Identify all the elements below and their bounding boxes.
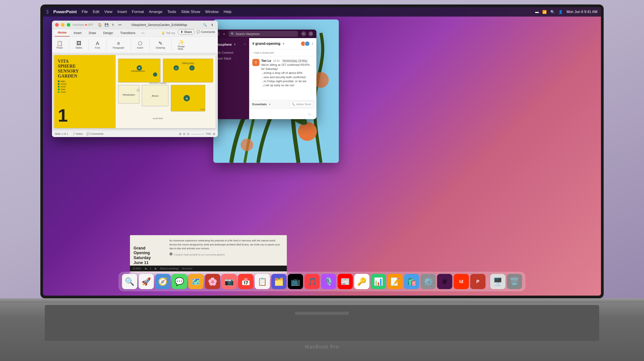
comments-status-button[interactable]: 💬 Comments xyxy=(86,132,104,135)
dock-desktop[interactable]: 🖥️ xyxy=(490,274,506,289)
tab-transitions[interactable]: Transitions xyxy=(117,30,138,36)
more-icon[interactable]: ••• xyxy=(118,22,122,27)
dock-keychain[interactable]: 🔑 xyxy=(354,274,370,289)
dock-news[interactable]: 📰 xyxy=(338,274,353,289)
files-icon: 🗂️ xyxy=(274,277,284,286)
view-fit-icon[interactable]: ⊡ xyxy=(187,132,189,135)
menubar-file[interactable]: File xyxy=(82,10,88,14)
autosave-state[interactable]: OFF xyxy=(88,23,93,26)
search-icon[interactable]: 🔍 xyxy=(550,10,555,14)
dock-appstore[interactable]: 🛍️ xyxy=(404,274,419,289)
menubar-view[interactable]: View xyxy=(104,10,112,14)
dock-slack[interactable]: # xyxy=(437,274,452,289)
autosave-dot xyxy=(85,24,87,26)
essentials-label[interactable]: Essentials xyxy=(252,103,267,106)
menubar-left:  PowerPoint File Edit View Insert Forma… xyxy=(46,9,232,15)
home-icon[interactable]: 🏠 xyxy=(97,22,102,27)
control-center-icon[interactable]: 👤 xyxy=(558,10,563,14)
compose-icon[interactable]: ✏ xyxy=(301,31,306,36)
menubar-edit[interactable]: Edit xyxy=(93,10,99,14)
dock-reminders[interactable]: 📋 xyxy=(255,274,270,289)
ribbon-more[interactable]: >> xyxy=(140,30,146,36)
ribbon-share-area: ⬆ Share 💬 Comments xyxy=(178,29,215,36)
menubar-window[interactable]: Window xyxy=(205,10,218,14)
dock-numbers[interactable]: 📊 xyxy=(371,274,386,289)
save-icon[interactable]: 💾 xyxy=(104,22,109,27)
menubar-app-name[interactable]: PowerPoint xyxy=(53,9,77,14)
indesign-style[interactable]: [Basic] (working) xyxy=(160,267,178,270)
comments-button[interactable]: 💬 Comments xyxy=(196,30,215,33)
refresh-icon[interactable]: ↻ xyxy=(111,22,116,27)
channel-name[interactable]: # grand-opening xyxy=(252,42,280,46)
svg-text:⚇: ⚇ xyxy=(136,88,140,92)
dock-podcasts[interactable]: 🎙️ xyxy=(321,274,336,289)
dock-photos[interactable]: 🌸 xyxy=(205,274,220,289)
dock-finder[interactable]: 🔍 xyxy=(122,274,137,289)
dock-files[interactable]: 🗂️ xyxy=(271,274,286,289)
dock-calendar[interactable]: 📅 xyxy=(238,274,254,289)
paste-button[interactable]: 📋 Paste xyxy=(55,40,64,50)
external-link-icon[interactable]: ↗ xyxy=(244,43,246,46)
apple-menu[interactable]:  xyxy=(46,9,48,15)
drawing-button[interactable]: ✎ Drawing xyxy=(154,40,167,50)
tab-draw[interactable]: Draw xyxy=(86,30,99,36)
fit-icon[interactable]: ⊞ xyxy=(213,132,215,135)
share-icon[interactable]: ⬆ xyxy=(210,22,215,27)
share-button[interactable]: ⬆ Share xyxy=(178,29,195,35)
view-normal-icon[interactable]: ⊞ xyxy=(179,132,181,135)
ribbon-divider-5 xyxy=(150,39,150,50)
tab-insert[interactable]: Insert xyxy=(70,30,85,36)
indesign-nav-next[interactable]: ▶ xyxy=(155,267,157,270)
slides-button[interactable]: 🖼 Slides xyxy=(74,40,84,50)
refresh-button[interactable]: ● xyxy=(222,31,226,36)
indesign-page-number: 1 xyxy=(150,267,151,270)
menubar-right: ▬ 📶 🔍 👤 Mon Jun 6 9:41 AM xyxy=(535,10,598,14)
minimize-button[interactable] xyxy=(61,23,64,27)
indesign-nav-prev[interactable]: ◀ xyxy=(144,267,146,270)
zoom-slider[interactable]: — ——— + xyxy=(191,133,204,135)
dock-maps[interactable]: 🗺️ xyxy=(188,274,204,289)
dock-systemprefs[interactable]: ⚙️ xyxy=(420,274,436,289)
dock-pages[interactable]: 📝 xyxy=(388,274,403,289)
dock-safari[interactable]: 🧭 xyxy=(155,274,170,289)
add-bookmark-label[interactable]: + Add a bookmark xyxy=(252,51,274,54)
dock-indesign[interactable]: Id xyxy=(454,274,469,289)
legend-sound: Sound xyxy=(58,83,112,85)
send-button[interactable]: ▷ xyxy=(307,111,313,117)
settings-icon[interactable]: ☰ xyxy=(308,31,313,36)
maximize-button[interactable] xyxy=(67,23,70,27)
ppt-slide-panel[interactable]: VITASPHERESENSORYGARDEN Sight xyxy=(52,53,218,130)
dock-music[interactable]: 🎵 xyxy=(304,274,320,289)
indesign-zoom[interactable]: 33.88% xyxy=(133,267,141,270)
notes-button[interactable]: 📝 Notes xyxy=(72,132,83,135)
menubar-slideshow[interactable]: Slide Show xyxy=(181,10,200,14)
insert-button[interactable]: ⬡ Insert xyxy=(135,40,145,50)
touchpad[interactable] xyxy=(295,312,349,315)
dock-trash[interactable]: 🗑️ xyxy=(507,274,522,289)
dock-tv[interactable]: 📺 xyxy=(288,274,303,289)
menubar-tools[interactable]: Tools xyxy=(168,10,176,14)
indesign-icon: Id xyxy=(459,279,464,284)
dock-facetime[interactable]: 📷 xyxy=(222,274,237,289)
menubar-insert[interactable]: Insert xyxy=(118,10,127,14)
search-icon[interactable]: 🔍 xyxy=(202,22,208,27)
dock-launchpad[interactable]: 🚀 xyxy=(139,274,154,289)
design-ideas-button[interactable]: ✨ DesignIdeas xyxy=(176,38,186,51)
menubar-arrange[interactable]: Arrange xyxy=(149,10,162,14)
powerpoint-icon: P xyxy=(476,279,479,284)
slide-map-panel: Introduction Sitting Area Introduction A… xyxy=(116,55,216,128)
slack-search[interactable]: 🔍 Search Vitasphere xyxy=(228,31,298,37)
paragraph-button[interactable]: ≡ Paragraph xyxy=(111,40,126,50)
view-grid-icon[interactable]: ⊟ xyxy=(183,132,185,135)
adobe-stock-search[interactable]: 🔍 Adobe Stock xyxy=(290,101,313,107)
menubar-format[interactable]: Format xyxy=(132,10,144,14)
tell-me[interactable]: 💡 Tell me xyxy=(161,31,175,36)
dock-messages[interactable]: 💬 xyxy=(172,274,187,289)
tab-design[interactable]: Design xyxy=(100,30,116,36)
font-button[interactable]: A Font xyxy=(93,40,102,50)
menubar-help[interactable]: Help xyxy=(224,10,232,14)
dock-powerpoint[interactable]: P xyxy=(470,274,486,289)
tell-me-label[interactable]: Tell me xyxy=(166,31,175,35)
tab-home[interactable]: Home xyxy=(55,29,70,36)
close-button[interactable] xyxy=(55,23,59,27)
